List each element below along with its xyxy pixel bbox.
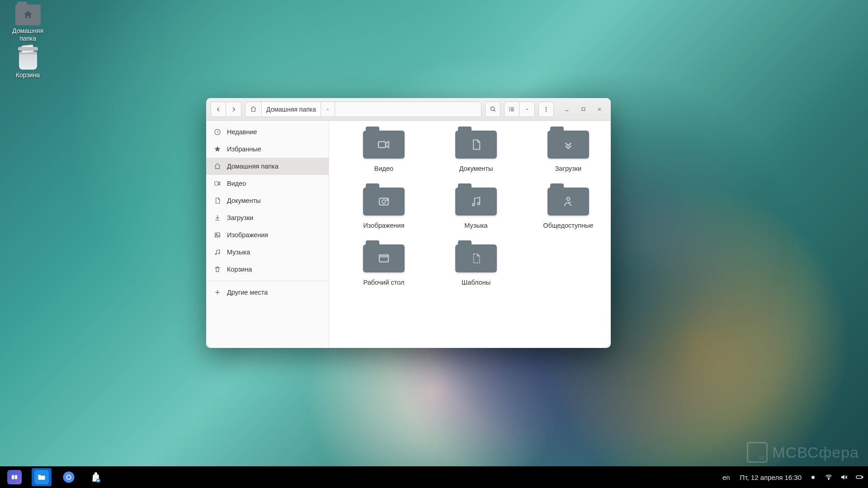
taskbar-app-software[interactable] [86,468,106,486]
svg-rect-26 [12,475,14,479]
sidebar-item-music[interactable]: Музыка [206,244,329,261]
sidebar-item-downloads[interactable]: Загрузки [206,209,329,226]
home-icon [213,163,222,170]
svg-rect-12 [215,182,218,185]
desktop-icon-trash[interactable]: Корзина [6,47,49,79]
folder-music[interactable]: Музыка [433,188,519,229]
system-tray[interactable] [825,473,863,481]
desktop-icons: Домашняяпапка Корзина [6,5,49,79]
svg-rect-2 [511,108,514,108]
maximize-button[interactable] [576,103,590,116]
folder-label: Шаблоны [462,279,491,286]
folder-icon [363,244,405,272]
svg-point-3 [509,109,510,110]
folder-templates[interactable]: Шаблоны [433,244,519,286]
sidebar-item-label: Избранные [227,145,261,153]
svg-point-22 [478,202,480,205]
svg-point-0 [491,107,494,111]
sidebar-item-pictures[interactable]: Изображения [206,226,329,244]
desktop-icon-label: Домашняяпапка [12,27,43,42]
download-icon [213,214,222,221]
volume-muted-icon [840,473,848,481]
sidebar-item-label: Загрузки [227,214,253,221]
folder-icon [455,244,497,272]
folder-label: Изображения [363,222,404,229]
path-home-button[interactable] [245,102,262,117]
shopping-bag-icon [89,470,103,484]
sidebar-item-starred[interactable]: Избранные [206,141,329,158]
folder-desktop[interactable]: Рабочий стол [341,244,427,286]
sidebar: Недавние Избранные Домашняя папка Видео … [206,121,329,348]
folder-label: Загрузки [555,165,581,172]
sidebar-item-videos[interactable]: Видео [206,175,329,192]
desktop-icon-label: Корзина [16,71,40,79]
file-grid: Видео Документы Загрузки Изображения Муз… [329,121,611,348]
folder-label: Видео [374,165,393,172]
search-button[interactable] [485,102,500,117]
svg-point-1 [509,107,510,108]
sidebar-item-label: Документы [227,197,261,204]
folder-downloads[interactable]: Загрузки [525,131,611,172]
nav-buttons [211,102,241,117]
folder-icon [455,188,497,216]
svg-point-8 [546,108,547,109]
trash-icon [213,266,222,273]
sidebar-item-label: Другие места [227,289,268,296]
sidebar-item-trash[interactable]: Корзина [206,261,329,278]
view-list-button[interactable] [504,102,519,117]
svg-point-19 [382,200,386,203]
sidebar-item-home[interactable]: Домашняя папка [206,158,329,175]
trash-icon [17,47,39,70]
sidebar-item-label: Изображения [227,231,268,239]
sidebar-item-documents[interactable]: Документы [206,192,329,209]
sidebar-item-recent[interactable]: Недавние [206,123,329,141]
svg-point-23 [567,197,570,201]
path-segment-current[interactable]: Домашняя папка [262,102,321,117]
taskbar-app-overview[interactable] [5,468,24,486]
taskbar-left [5,468,106,486]
svg-rect-10 [582,108,585,110]
window-controls [560,103,606,116]
sidebar-item-label: Домашняя папка [227,163,278,170]
path-bar[interactable]: Домашняя папка [245,102,481,117]
home-folder-icon [15,5,41,25]
file-manager-window: Домашняя папка [206,98,611,348]
folder-label: Музыка [464,222,487,229]
svg-point-5 [509,110,510,111]
path-dropdown-button[interactable] [321,102,335,117]
taskbar-app-files[interactable] [32,468,52,486]
taskbar-app-browser[interactable] [59,468,79,486]
folder-label: Документы [459,165,493,172]
svg-point-15 [215,253,217,255]
svg-rect-25 [379,255,388,257]
back-button[interactable] [211,102,226,117]
plus-icon [213,289,222,296]
svg-rect-6 [511,110,514,111]
svg-point-7 [546,107,547,108]
close-button[interactable] [593,103,606,116]
svg-rect-34 [862,477,863,478]
minimize-button[interactable] [560,103,574,116]
folder-pictures[interactable]: Изображения [341,188,427,229]
forward-button[interactable] [226,102,241,117]
svg-rect-27 [15,475,17,479]
keyboard-layout-indicator[interactable]: en [722,474,730,481]
view-dropdown-button[interactable] [519,102,535,117]
files-app-icon [34,470,49,484]
folder-label: Общедоступные [543,222,593,229]
svg-rect-24 [379,255,388,262]
hamburger-menu-button[interactable] [538,102,554,117]
folder-videos[interactable]: Видео [341,131,427,172]
folder-public[interactable]: Общедоступные [525,188,611,229]
notification-dot-icon[interactable] [811,476,815,479]
folder-icon [363,131,405,159]
folder-label: Рабочий стол [363,279,404,286]
folder-documents[interactable]: Документы [433,131,519,172]
svg-point-32 [828,479,829,480]
wifi-icon [825,473,833,481]
folder-icon [547,188,589,216]
clock[interactable]: Пт, 12 апреля 16:30 [740,474,802,481]
sidebar-item-other-locations[interactable]: Другие места [206,284,329,301]
desktop-icon-home[interactable]: Домашняяпапка [6,5,49,42]
taskbar: en Пт, 12 апреля 16:30 [0,466,868,488]
